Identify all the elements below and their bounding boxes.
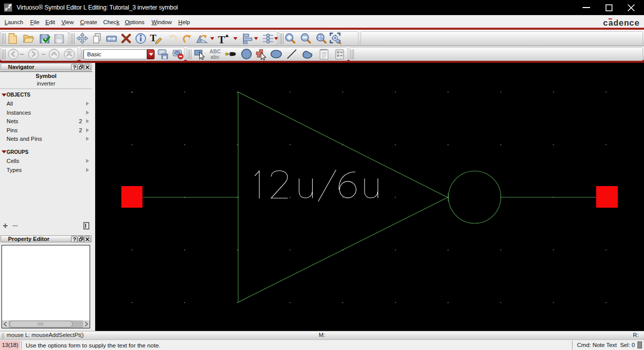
svg-text:T: T: [150, 33, 157, 43]
svg-text:?: ?: [73, 64, 77, 70]
svg-text:ABC: ABC: [209, 49, 221, 54]
svg-text:cadence: cadence: [603, 18, 639, 27]
svg-text:?: ?: [73, 236, 77, 242]
svg-text:abc: abc: [210, 54, 220, 60]
svg-text:T: T: [218, 34, 225, 45]
